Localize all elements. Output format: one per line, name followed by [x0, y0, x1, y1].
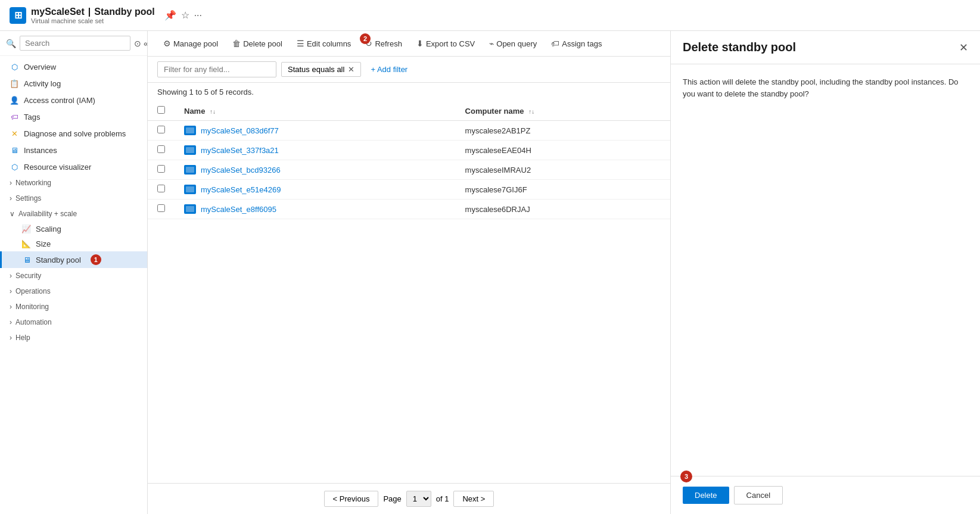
sidebar-item-size[interactable]: 📐 Size — [0, 236, 147, 251]
sidebar-label-help: Help — [15, 334, 30, 342]
table-row: myScaleSet_e8ff6095 myscalese6DRJAJ — [148, 200, 670, 219]
sidebar-label-iam: Access control (IAM) — [24, 96, 95, 105]
pagination: < Previous Page 1 of 1 Next > — [148, 483, 670, 514]
sidebar-item-diagnose[interactable]: ✕ Diagnose and solve problems — [0, 125, 147, 142]
sidebar-group-settings[interactable]: › Settings — [0, 191, 147, 206]
table-body: myScaleSet_083d6f77 myscalese2AB1PZ mySc… — [148, 121, 670, 219]
status-filter-label: Status equals all — [288, 65, 344, 74]
sidebar-group-networking[interactable]: › Networking — [0, 175, 147, 191]
delete-pool-button[interactable]: 🗑 Delete pool — [226, 36, 288, 51]
iam-icon: 👤 — [10, 95, 19, 105]
row-checkbox[interactable] — [157, 126, 165, 133]
add-filter-button[interactable]: + Add filter — [366, 62, 412, 77]
export-csv-button[interactable]: ⬇ Export to CSV — [410, 36, 481, 51]
row-computer-name: myscalese2AB1PZ — [456, 121, 670, 141]
cancel-button[interactable]: Cancel — [734, 486, 783, 504]
page-select[interactable]: 1 — [406, 491, 431, 507]
row-computer-name: myscalese6DRJAJ — [456, 200, 670, 219]
sidebar-item-overview[interactable]: ⬡ Overview — [0, 58, 147, 75]
row-name-link[interactable]: myScaleSet_bcd93266 — [201, 166, 281, 175]
delete-button[interactable]: Delete — [683, 487, 729, 504]
sidebar-group-automation[interactable]: › Automation — [0, 314, 147, 330]
sidebar-item-resource-viz[interactable]: ⬡ Resource visualizer — [0, 158, 147, 175]
app-title: myScaleSet — [31, 7, 85, 17]
panel-body: This action will delete the standby pool… — [671, 64, 980, 476]
table-row: myScaleSet_e51e4269 myscalese7GIJ6F — [148, 180, 670, 200]
table-row: myScaleSet_083d6f77 myscalese2AB1PZ — [148, 121, 670, 141]
search-input[interactable] — [20, 36, 130, 51]
more-icon[interactable]: ··· — [194, 10, 202, 21]
panel-header: Delete standby pool ✕ — [671, 31, 980, 64]
sidebar: 🔍 ⊙ « ⬡ Overview 📋 Activity log 👤 Access… — [0, 31, 148, 514]
sidebar-item-activity-log[interactable]: 📋 Activity log — [0, 75, 147, 92]
sidebar-item-scaling[interactable]: 📈 Scaling — [0, 222, 147, 236]
previous-button[interactable]: < Previous — [324, 491, 379, 507]
vm-icon — [184, 126, 196, 135]
panel-close-button[interactable]: ✕ — [959, 41, 968, 54]
sidebar-label-operations: Operations — [15, 287, 51, 295]
row-name-link[interactable]: myScaleSet_e51e4269 — [201, 185, 281, 194]
next-button[interactable]: Next > — [453, 491, 494, 507]
row-checkbox[interactable] — [157, 185, 165, 192]
search-icon: 🔍 — [6, 39, 16, 48]
col-computer-name-sort[interactable]: ↑↓ — [528, 108, 534, 115]
sidebar-group-operations[interactable]: › Operations — [0, 284, 147, 299]
monitoring-chevron: › — [10, 303, 12, 311]
row-checkbox[interactable] — [157, 145, 165, 153]
sidebar-item-iam[interactable]: 👤 Access control (IAM) — [0, 92, 147, 108]
sidebar-group-monitoring[interactable]: › Monitoring — [0, 299, 147, 314]
star-icon[interactable]: ☆ — [181, 10, 189, 21]
app-icon: ⊞ — [10, 7, 26, 24]
data-table: Name ↑↓ Computer name ↑↓ — [148, 101, 670, 483]
row-checkbox[interactable] — [157, 204, 165, 212]
row-name-cell: myScaleSet_083d6f77 — [175, 121, 456, 141]
row-checkbox-cell — [148, 141, 175, 160]
sidebar-group-avail-scale[interactable]: ∨ Availability + scale — [0, 206, 147, 222]
sidebar-search-bar: 🔍 ⊙ « — [0, 31, 147, 56]
delete-pool-label: Delete pool — [243, 39, 282, 48]
status-filter-close[interactable]: ✕ — [348, 65, 354, 74]
standby-pool-icon: 🖥 — [23, 256, 31, 264]
instances-icon: 🖥 — [10, 145, 19, 155]
row-name-link[interactable]: myScaleSet_337f3a21 — [201, 146, 279, 155]
col-name-header[interactable]: Name ↑↓ — [175, 101, 456, 121]
filter-icon[interactable]: ⊙ — [134, 39, 141, 48]
sidebar-group-help[interactable]: › Help — [0, 330, 147, 345]
row-computer-name: myscaleseIMRAU2 — [456, 160, 670, 180]
assign-tags-button[interactable]: 🏷 Assign tags — [545, 36, 608, 51]
sidebar-item-instances[interactable]: 🖥 Instances — [0, 142, 147, 158]
panel-description: This action will delete the standby pool… — [683, 76, 968, 99]
row-name-link[interactable]: myScaleSet_083d6f77 — [201, 126, 279, 135]
open-query-button[interactable]: ⌁ Open query — [483, 36, 543, 51]
pin-icon[interactable]: 📌 — [164, 10, 176, 21]
row-name-cell: myScaleSet_e8ff6095 — [175, 200, 456, 219]
row-checkbox-cell — [148, 180, 175, 200]
operations-chevron: › — [10, 287, 12, 295]
breadcrumb: myScaleSet | Standby pool — [31, 7, 155, 17]
row-name-cell: myScaleSet_bcd93266 — [175, 160, 456, 180]
instances-table: Name ↑↓ Computer name ↑↓ — [148, 101, 670, 219]
filter-input[interactable] — [157, 61, 276, 77]
sidebar-item-standby-pool[interactable]: 🖥 Standby pool 1 — [0, 251, 147, 268]
col-name-sort[interactable]: ↑↓ — [210, 108, 216, 115]
edit-columns-button[interactable]: ☰ Edit columns — [291, 36, 357, 51]
row-computer-name: myscaleseEAE04H — [456, 141, 670, 160]
sidebar-item-tags[interactable]: 🏷 Tags — [0, 108, 147, 125]
manage-pool-button[interactable]: ⚙ Manage pool — [157, 36, 224, 51]
sidebar-label-diagnose: Diagnose and solve problems — [24, 129, 126, 138]
sidebar-label-networking: Networking — [15, 179, 51, 187]
top-header: ⊞ myScaleSet | Standby pool Virtual mach… — [0, 0, 980, 31]
header-icons: 📌 ☆ ··· — [164, 10, 202, 21]
collapse-icon[interactable]: « — [144, 39, 148, 48]
main-layout: 🔍 ⊙ « ⬡ Overview 📋 Activity log 👤 Access… — [0, 31, 980, 514]
activity-log-icon: 📋 — [10, 79, 19, 88]
sidebar-label-settings: Settings — [15, 194, 41, 203]
row-name-link[interactable]: myScaleSet_e8ff6095 — [201, 205, 276, 214]
row-checkbox[interactable] — [157, 165, 165, 173]
overview-icon: ⬡ — [10, 62, 19, 71]
sidebar-label-activity-log: Activity log — [24, 79, 61, 88]
select-all-checkbox[interactable] — [157, 106, 165, 114]
sidebar-group-security[interactable]: › Security — [0, 268, 147, 284]
help-chevron: › — [10, 334, 12, 342]
col-computer-name-header[interactable]: Computer name ↑↓ — [456, 101, 670, 121]
